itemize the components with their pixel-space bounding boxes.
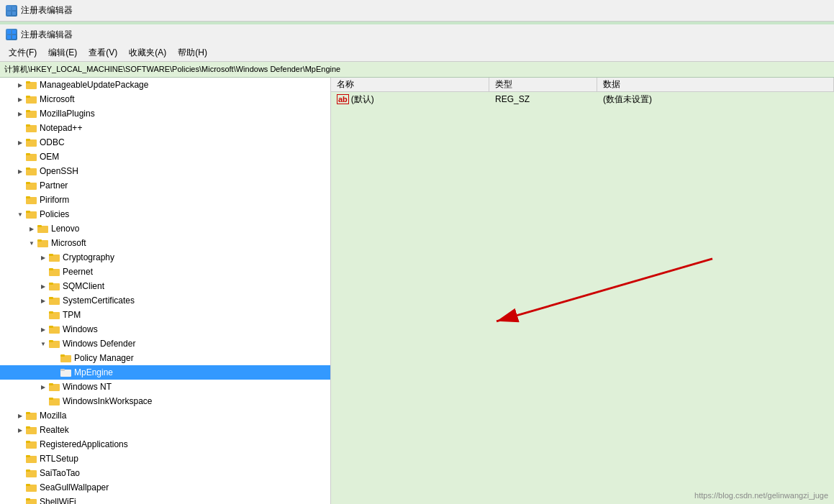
tree-arrow [37, 324, 49, 335]
menu-favorites[interactable]: 收藏夹(A) [123, 45, 172, 60]
folder-icon [37, 238, 49, 248]
list-item[interactable]: OpenSSH [0, 164, 330, 178]
list-item[interactable]: TPM [0, 308, 330, 322]
svg-rect-52 [49, 383, 53, 385]
folder-icon [49, 382, 60, 392]
tree-item-label: Windows NT [63, 380, 112, 394]
tree-arrow [14, 137, 26, 148]
folder-icon [26, 497, 37, 504]
menu-help[interactable]: 帮助(H) [172, 45, 213, 60]
list-item[interactable]: ManageableUpdatePackage [0, 78, 330, 92]
svg-rect-4 [7, 30, 11, 34]
tree-panel[interactable]: ManageableUpdatePackage Microsoft Mozill… [0, 78, 331, 504]
list-item[interactable]: Mozilla [0, 408, 330, 423]
tree-arrow [14, 108, 26, 119]
tree-item-label: TPM [63, 308, 81, 322]
table-cell-name: ab (默认) [331, 92, 489, 107]
list-item-mpengine[interactable]: MpEngine [0, 365, 330, 380]
list-item[interactable]: Cryptography [0, 250, 330, 265]
svg-rect-68 [26, 498, 30, 500]
svg-rect-46 [49, 340, 53, 342]
svg-rect-24 [26, 182, 30, 184]
list-item[interactable]: WindowsInkWorkspace [0, 394, 330, 408]
list-item[interactable]: MozillaPlugins [0, 106, 330, 121]
svg-rect-36 [49, 268, 53, 270]
reg-ab-icon: ab [337, 94, 349, 104]
tree-item-label: Windows Defender [63, 336, 135, 351]
list-item[interactable]: Policies [0, 207, 330, 221]
menu-view[interactable]: 查看(V) [83, 45, 123, 60]
folder-icon [26, 94, 37, 104]
list-item[interactable]: Realtek [0, 423, 330, 437]
folder-icon [49, 396, 60, 406]
col-header-data: 数据 [597, 78, 834, 91]
list-item[interactable]: Windows [0, 322, 330, 336]
app-title-bar: 注册表编辑器 [0, 24, 834, 45]
list-item[interactable]: RTLSetup [0, 452, 330, 466]
list-item[interactable]: Partner [0, 178, 330, 193]
folder-icon [60, 353, 72, 363]
list-item[interactable]: SystemCertificates [0, 293, 330, 308]
list-item[interactable]: SeaGullWallpaper [0, 480, 330, 495]
col-header-name: 名称 [331, 78, 489, 91]
list-item[interactable]: Microsoft [0, 92, 330, 106]
folder-icon [26, 439, 37, 449]
folder-icon [37, 224, 49, 234]
list-item[interactable]: ODBC [0, 135, 330, 150]
tree-arrow [37, 252, 49, 263]
table-cell-data: (数值未设置) [597, 92, 834, 107]
list-item[interactable]: SaiTaoTao [0, 466, 330, 480]
svg-rect-38 [49, 283, 53, 285]
list-item[interactable]: Lenovo [0, 221, 330, 236]
tree-arrow [14, 410, 26, 421]
folder-icon [49, 310, 60, 320]
table-content: ab (默认) REG_SZ (数值未设置) [331, 92, 834, 504]
svg-rect-12 [26, 96, 30, 98]
svg-rect-48 [60, 354, 65, 357]
svg-rect-18 [26, 139, 30, 141]
list-item[interactable]: OEM [0, 150, 330, 164]
list-item[interactable]: ShellWiFi [0, 495, 330, 504]
list-item[interactable]: Policy Manager [0, 351, 330, 365]
svg-rect-54 [49, 398, 53, 400]
tree-arrow [26, 237, 37, 249]
svg-rect-44 [49, 326, 53, 328]
svg-rect-58 [26, 426, 30, 429]
svg-rect-62 [26, 455, 30, 457]
tree-item-label: SeaGullWallpaper [40, 480, 109, 495]
menu-file[interactable]: 文件(F) [3, 45, 42, 60]
tree-item-label: Microsoft [51, 236, 86, 250]
svg-rect-28 [26, 211, 30, 213]
svg-rect-42 [49, 311, 53, 313]
list-item[interactable]: Piriform [0, 193, 330, 207]
tree-item-label: Realtek [40, 423, 69, 437]
tree-arrow [14, 424, 26, 436]
menu-edit[interactable]: 编辑(E) [42, 45, 83, 60]
registry-app-icon [6, 29, 17, 40]
list-item[interactable]: Notepad++ [0, 121, 330, 135]
list-item[interactable]: RegisteredApplications [0, 437, 330, 452]
folder-icon [49, 281, 60, 291]
list-item[interactable]: Windows NT [0, 380, 330, 394]
svg-rect-26 [26, 196, 30, 198]
tree-item-label: SystemCertificates [63, 293, 135, 308]
list-item[interactable]: SQMClient [0, 279, 330, 293]
list-item[interactable]: Windows Defender [0, 336, 330, 351]
folder-icon [26, 152, 37, 162]
tree-arrow [14, 165, 26, 177]
tree-item-label: Piriform [40, 193, 69, 207]
tree-item-label: Windows [63, 322, 98, 336]
address-bar: 计算机\HKEY_LOCAL_MACHINE\SOFTWARE\Policies… [0, 62, 834, 78]
tree-item-label: Lenovo [51, 221, 79, 236]
folder-icon [26, 137, 37, 147]
tree-item-label: WindowsInkWorkspace [63, 394, 153, 408]
svg-rect-1 [12, 6, 16, 10]
folder-icon [49, 252, 60, 262]
tree-item-label: MpEngine [74, 365, 113, 380]
list-item[interactable]: Peernet [0, 265, 330, 279]
tree-arrow [14, 93, 26, 105]
svg-rect-16 [26, 124, 30, 127]
tree-item-label: OEM [40, 150, 59, 164]
table-row[interactable]: ab (默认) REG_SZ (数值未设置) [331, 92, 834, 106]
list-item[interactable]: Microsoft [0, 236, 330, 250]
